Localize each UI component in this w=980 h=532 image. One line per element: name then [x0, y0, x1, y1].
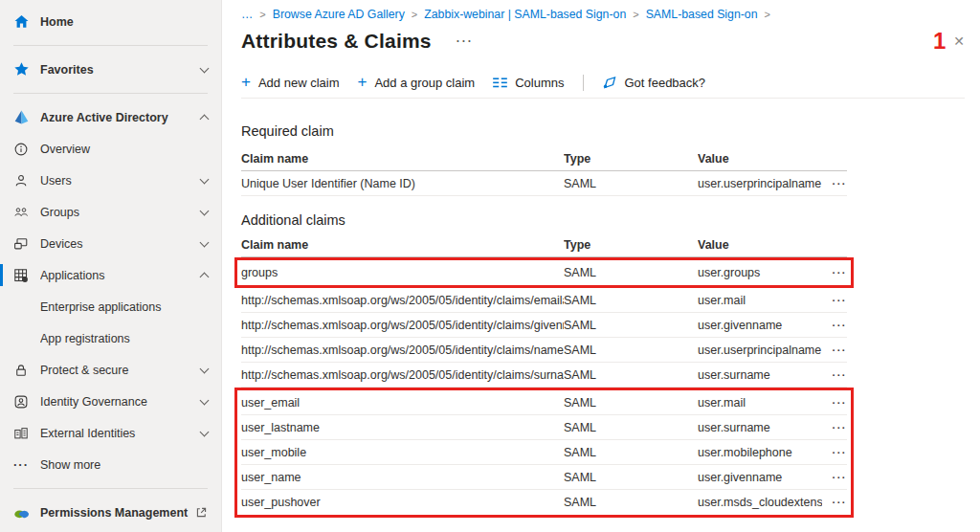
table-row[interactable]: user_lastname SAML user.surname ···: [241, 415, 847, 440]
claim-name: user_lastname: [241, 421, 564, 434]
claim-value: user.userprincipalname: [698, 344, 822, 357]
breadcrumb-ellipsis[interactable]: …: [241, 8, 253, 21]
sidebar-item-groups[interactable]: Groups: [0, 196, 221, 228]
row-menu-icon[interactable]: ···: [822, 472, 847, 483]
chevron-down-icon: [200, 237, 210, 247]
title-more-menu[interactable]: ···: [457, 34, 474, 48]
external-link-icon: [194, 506, 208, 520]
row-menu-icon[interactable]: ···: [822, 497, 847, 508]
azure-ad-icon: [12, 109, 30, 126]
row-menu-icon[interactable]: ···: [822, 422, 847, 433]
sidebar-item-favorites[interactable]: Favorites: [0, 54, 221, 85]
column-header-claim-name: Claim name: [241, 152, 564, 166]
title-row: Attributes & Claims ··· 1 ✕: [241, 30, 980, 53]
highlight-box-groups: groups SAML user.groups ···: [234, 257, 854, 288]
lock-icon: [12, 362, 30, 379]
sidebar-item-external-identities[interactable]: External Identities: [0, 417, 221, 449]
row-menu-icon[interactable]: ···: [822, 369, 847, 381]
chevron-down-icon: [200, 174, 210, 184]
home-icon: [12, 13, 30, 31]
columns-icon: [493, 78, 507, 88]
breadcrumb-link-gallery[interactable]: Browse Azure AD Gallery: [273, 8, 405, 21]
table-row[interactable]: user_mobile SAML user.mobilephone ···: [241, 440, 847, 465]
annotation-number: 1: [933, 30, 946, 53]
claim-name: user_pushover: [241, 496, 564, 509]
breadcrumb: … > Browse Azure AD Gallery > Zabbix-web…: [241, 0, 980, 21]
row-menu-icon[interactable]: ···: [822, 178, 847, 189]
group-icon: [12, 204, 30, 221]
add-group-claim-button[interactable]: + Add a group claim: [357, 76, 475, 90]
sidebar-item-label: Show more: [40, 458, 208, 472]
sidebar-item-overview[interactable]: Overview: [0, 133, 221, 165]
plus-icon: +: [241, 74, 251, 90]
breadcrumb-separator: >: [633, 9, 638, 20]
column-header-value: Value: [698, 238, 822, 252]
claim-name: http://schemas.xmlsoap.org/ws/2005/05/id…: [241, 344, 564, 357]
chevron-up-icon: [200, 114, 210, 123]
sidebar-item-protect-secure[interactable]: Protect & secure: [0, 354, 221, 386]
app-window: Home Favorites Azure Active Directory Ov…: [0, 0, 980, 532]
row-menu-icon[interactable]: ···: [822, 295, 847, 306]
row-menu-icon[interactable]: ···: [822, 320, 847, 331]
sidebar-item-users[interactable]: Users: [0, 165, 221, 196]
columns-button[interactable]: Columns: [493, 76, 564, 90]
sidebar-item-enterprise-applications[interactable]: Enterprise applications: [0, 291, 221, 322]
sidebar-item-label: App registrations: [40, 332, 208, 345]
table-row[interactable]: Unique User Identifier (Name ID) SAML us…: [241, 171, 847, 196]
required-claim-section: Required claim Claim name Type Value Uni…: [241, 123, 980, 196]
sidebar-item-label: Home: [40, 15, 208, 29]
claim-type: SAML: [564, 471, 698, 484]
chevron-up-icon: [200, 272, 210, 281]
table-row[interactable]: user_pushover SAML user.msds_cloudextens…: [241, 490, 847, 515]
required-claim-heading: Required claim: [241, 123, 980, 139]
add-group-claim-label: Add a group claim: [374, 76, 475, 90]
claim-value: user.userprincipalname [...: [698, 177, 822, 190]
close-icon[interactable]: ✕: [953, 34, 965, 48]
sidebar-item-applications[interactable]: Applications: [0, 259, 221, 291]
breadcrumb-link-app-sso[interactable]: Zabbix-webinar | SAML-based Sign-on: [424, 8, 626, 21]
identity-governance-icon: [12, 393, 30, 410]
claim-type: SAML: [564, 319, 698, 332]
sidebar-item-app-registrations[interactable]: App registrations: [0, 322, 221, 354]
claim-value: user.mail: [698, 396, 822, 410]
claim-value: user.givenname: [698, 319, 822, 332]
table-row[interactable]: http://schemas.xmlsoap.org/ws/2005/05/id…: [241, 288, 847, 313]
sidebar-item-identity-governance[interactable]: Identity Governance: [0, 386, 221, 417]
chevron-down-icon: [200, 395, 210, 405]
external-identities-icon: [12, 425, 30, 442]
row-menu-icon[interactable]: ···: [822, 344, 847, 356]
table-row[interactable]: http://schemas.xmlsoap.org/ws/2005/05/id…: [241, 313, 847, 338]
row-menu-icon[interactable]: ···: [822, 447, 847, 458]
sidebar-item-permissions-management[interactable]: Permissions Management: [0, 497, 221, 528]
claim-type: SAML: [564, 421, 698, 434]
breadcrumb-link-saml-signon[interactable]: SAML-based Sign-on: [646, 8, 758, 21]
table-row[interactable]: http://schemas.xmlsoap.org/ws/2005/05/id…: [241, 338, 847, 363]
sidebar-divider: [13, 93, 208, 94]
column-header-type: Type: [564, 152, 698, 166]
additional-claims-table: Claim name Type Value groups SAML user.g…: [241, 233, 847, 518]
table-row[interactable]: user_name SAML user.givenname ···: [241, 465, 847, 490]
additional-claims-heading: Additional claims: [241, 212, 980, 228]
table-header: Claim name Type Value: [241, 233, 847, 257]
add-new-claim-button[interactable]: + Add new claim: [241, 76, 339, 90]
info-icon: [12, 141, 30, 158]
sidebar-item-azure-active-directory[interactable]: Azure Active Directory: [0, 101, 221, 133]
sidebar-item-home[interactable]: Home: [0, 6, 221, 37]
sidebar-item-label: Permissions Management: [40, 506, 194, 520]
got-feedback-button[interactable]: Got feedback?: [602, 76, 706, 90]
sidebar-item-label: Azure Active Directory: [40, 111, 201, 124]
breadcrumb-separator: >: [259, 9, 265, 20]
sidebar-item-devices[interactable]: Devices: [0, 228, 221, 259]
sidebar-item-show-more[interactable]: ··· Show more: [0, 449, 221, 480]
add-new-claim-label: Add new claim: [258, 76, 340, 90]
row-menu-icon[interactable]: ···: [822, 267, 847, 278]
claim-name: Unique User Identifier (Name ID): [241, 177, 564, 190]
table-row[interactable]: http://schemas.xmlsoap.org/ws/2005/05/id…: [241, 363, 847, 388]
claim-name: http://schemas.xmlsoap.org/ws/2005/05/id…: [241, 368, 564, 382]
table-row[interactable]: user_email SAML user.mail ···: [241, 390, 847, 415]
row-menu-icon[interactable]: ···: [822, 397, 847, 409]
main-content: … > Browse Azure AD Gallery > Zabbix-web…: [222, 0, 980, 532]
table-row[interactable]: groups SAML user.groups ···: [241, 260, 847, 285]
claim-type: SAML: [564, 396, 698, 410]
sidebar-item-label: Applications: [40, 269, 201, 282]
